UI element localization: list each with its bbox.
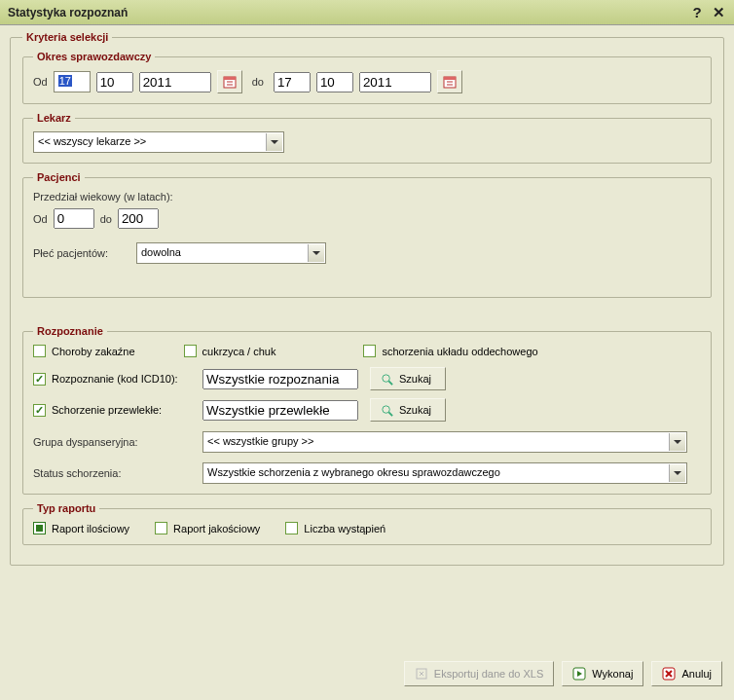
period-from-year[interactable] — [139, 72, 211, 92]
chk-icd10[interactable]: Rozpoznanie (kod ICD10): — [33, 373, 197, 386]
chevron-down-icon — [669, 433, 685, 451]
title-bar: Statystyka rozpoznań ? ✕ — [0, 0, 734, 25]
status-select[interactable]: Wszystkie schorzenia z wybranego okresu … — [202, 462, 687, 484]
search-chronic-button[interactable]: Szukaj — [370, 398, 446, 422]
period-from-day[interactable]: 17 — [54, 71, 91, 92]
footer-buttons: Eksportuj dane do XLS Wykonaj Anuluj — [404, 661, 722, 686]
age-from-label: Od — [33, 213, 48, 225]
report-type-legend: Typ raportu — [33, 502, 99, 514]
period-from-month[interactable] — [96, 72, 133, 92]
chk-diabetes[interactable]: cukrzyca / chuk — [184, 345, 276, 357]
run-button[interactable]: Wykonaj — [562, 661, 643, 686]
doctor-select[interactable]: << wszyscy lekarze >> — [33, 131, 284, 153]
period-to-year[interactable] — [359, 72, 431, 92]
period-to-day[interactable] — [274, 72, 311, 92]
doctor-group: Lekarz << wszyscy lekarze >> — [22, 112, 712, 164]
sex-label: Płeć pacjentów: — [33, 247, 130, 259]
chk-quantitative[interactable]: Raport ilościowy — [33, 522, 129, 534]
svg-rect-5 — [444, 77, 456, 80]
patients-legend: Pacjenci — [33, 171, 85, 183]
svg-line-9 — [388, 381, 392, 385]
patients-group: Pacjenci Przedział wiekowy (w latach): O… — [22, 171, 712, 298]
chk-respiratory[interactable]: schorzenia układu oddechowego — [363, 345, 537, 357]
svg-point-8 — [383, 374, 389, 381]
svg-point-10 — [383, 405, 389, 412]
sex-select[interactable]: dowolna — [136, 242, 326, 264]
svg-line-11 — [388, 412, 392, 416]
calendar-icon — [443, 75, 457, 89]
help-button[interactable]: ? — [687, 3, 707, 22]
search-icon — [381, 373, 393, 386]
period-legend: Okres sprawozdawczy — [33, 51, 155, 62]
play-icon — [572, 667, 586, 681]
window-title: Statystyka rozpoznań — [8, 6, 685, 19]
cancel-icon — [662, 667, 676, 681]
export-xls-button[interactable]: Eksportuj dane do XLS — [404, 661, 555, 686]
cancel-button[interactable]: Anuluj — [651, 661, 722, 686]
chk-infectious[interactable]: Choroby zakaźne — [33, 345, 135, 357]
doctor-legend: Lekarz — [33, 112, 75, 124]
search-icon — [381, 404, 393, 417]
calendar-to-button[interactable] — [437, 70, 462, 93]
period-from-label: Od — [33, 76, 48, 88]
chk-qualitative[interactable]: Raport jakościowy — [155, 522, 260, 534]
icd10-input[interactable] — [202, 369, 358, 389]
chevron-down-icon — [669, 464, 685, 482]
age-from-input[interactable] — [54, 208, 94, 229]
age-to-label: do — [100, 213, 112, 225]
close-button[interactable]: ✕ — [709, 3, 728, 22]
period-group: Okres sprawozdawczy Od 17 do — [22, 51, 712, 104]
period-to-month[interactable] — [316, 72, 353, 92]
calendar-from-button[interactable] — [217, 70, 242, 93]
diagnosis-group: Rozpoznanie Choroby zakaźne cukrzyca / c… — [22, 325, 712, 495]
chk-occurrences[interactable]: Liczba wystąpień — [285, 522, 385, 534]
report-type-group: Typ raportu Raport ilościowy Raport jako… — [22, 502, 712, 545]
criteria-legend: Kryteria selekcji — [22, 31, 112, 43]
svg-rect-1 — [224, 77, 236, 80]
chevron-down-icon — [308, 244, 324, 262]
export-icon — [415, 667, 428, 681]
status-label: Status schorzenia: — [33, 467, 197, 479]
search-icd10-button[interactable]: Szukaj — [370, 367, 446, 390]
period-to-label: do — [252, 76, 264, 88]
criteria-group: Kryteria selekcji Okres sprawozdawczy Od… — [10, 31, 724, 566]
chevron-down-icon — [266, 133, 282, 151]
chronic-input[interactable] — [202, 400, 358, 421]
chk-chronic[interactable]: Schorzenie przewlekłe: — [33, 404, 197, 417]
age-to-input[interactable] — [118, 208, 159, 229]
diagnosis-legend: Rozpoznanie — [33, 325, 107, 337]
group-select[interactable]: << wszystkie grupy >> — [202, 431, 687, 453]
calendar-icon — [223, 75, 237, 89]
age-range-label: Przedział wiekowy (w latach): — [33, 191, 701, 203]
group-label: Grupa dyspanseryjna: — [33, 436, 197, 448]
